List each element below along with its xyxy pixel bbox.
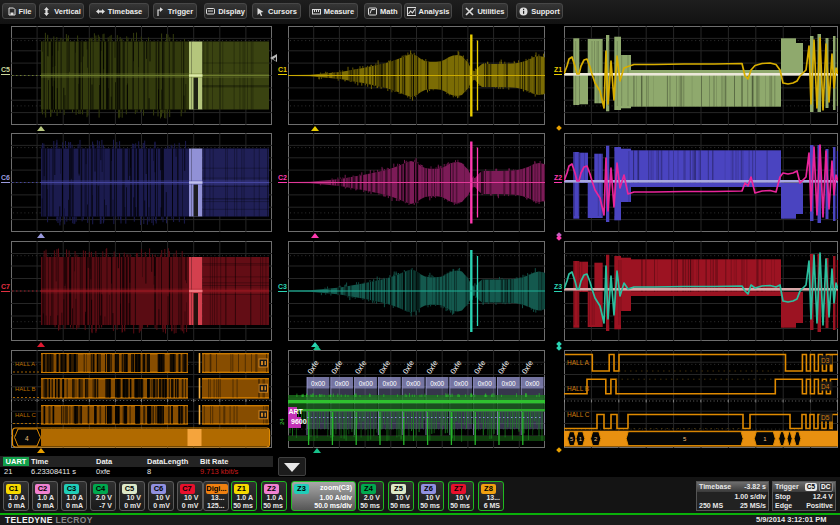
svg-text:0xfe: 0xfe xyxy=(496,359,511,376)
svg-text:0x00: 0x00 xyxy=(430,380,444,387)
svg-text:HALL B: HALL B xyxy=(15,386,35,392)
svg-text:0xfe: 0xfe xyxy=(353,359,368,376)
svg-text:HALL C: HALL C xyxy=(567,411,590,418)
svg-text:D3: D3 xyxy=(821,357,830,364)
svg-text:D4: D4 xyxy=(821,383,830,390)
svg-text:0x00: 0x00 xyxy=(359,380,373,387)
svg-text:0xfe: 0xfe xyxy=(329,359,344,376)
svg-text:0x00: 0x00 xyxy=(335,380,349,387)
svg-text:0x00: 0x00 xyxy=(525,380,539,387)
svg-text:0xfe: 0xfe xyxy=(425,359,440,376)
svg-text:0xfe: 0xfe xyxy=(448,359,463,376)
svg-text:HALL B: HALL B xyxy=(567,385,589,392)
svg-text:0x00: 0x00 xyxy=(454,380,468,387)
svg-text:0x00: 0x00 xyxy=(406,380,420,387)
svg-text:0xfe: 0xfe xyxy=(520,359,535,376)
svg-text:4: 4 xyxy=(25,435,29,442)
svg-text:0x00: 0x00 xyxy=(383,380,397,387)
svg-text:D5: D5 xyxy=(821,414,830,421)
svg-text:HALL C: HALL C xyxy=(15,412,36,418)
svg-text:0x00: 0x00 xyxy=(311,380,325,387)
svg-text:0x00: 0x00 xyxy=(478,380,492,387)
svg-text:0xfe: 0xfe xyxy=(306,359,321,376)
svg-text:HALL A: HALL A xyxy=(567,359,589,366)
svg-text:0x00: 0x00 xyxy=(502,380,516,387)
svg-text:0xfe: 0xfe xyxy=(472,359,487,376)
svg-text:HALL A: HALL A xyxy=(15,361,35,367)
svg-text:0xfe: 0xfe xyxy=(401,359,416,376)
svg-text:0xfe: 0xfe xyxy=(377,359,392,376)
